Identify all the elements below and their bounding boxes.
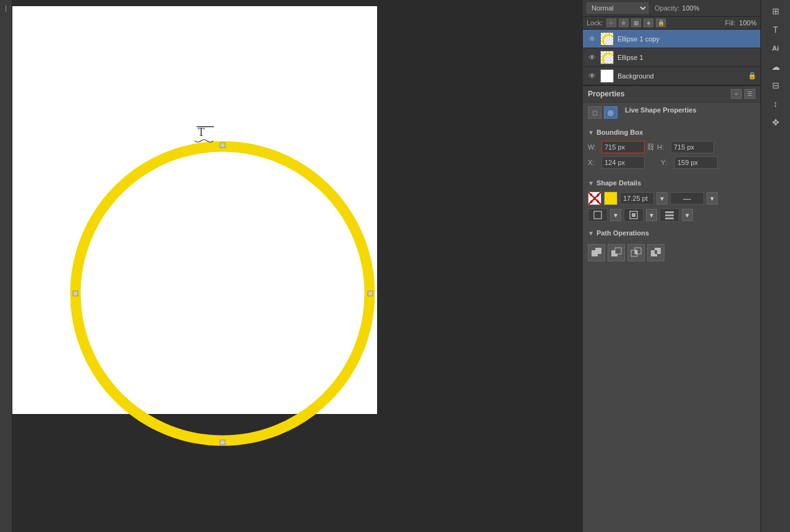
properties-menu-icon[interactable]: ☰ bbox=[744, 89, 755, 99]
w-input[interactable] bbox=[601, 141, 645, 153]
tool-artboard[interactable]: ⊞ bbox=[767, 2, 784, 20]
path-ops-buttons bbox=[588, 244, 755, 261]
stroke-color-swatch[interactable] bbox=[604, 192, 618, 205]
svg-rect-14 bbox=[595, 248, 601, 254]
path-op-exclude-btn[interactable] bbox=[647, 244, 665, 261]
bounding-box-section-header[interactable]: Bounding Box bbox=[588, 126, 755, 138]
lock-artboard-icon[interactable]: ⊕ bbox=[619, 19, 629, 27]
stroke-align-dropdown1[interactable]: ▼ bbox=[610, 209, 621, 221]
tool-ai[interactable]: Ai bbox=[767, 40, 784, 57]
svg-rect-10 bbox=[665, 211, 674, 213]
svg-rect-19 bbox=[635, 250, 637, 254]
canvas-workspace: T bbox=[12, 0, 583, 532]
tool-text[interactable]: T bbox=[767, 21, 784, 38]
app-container: | T bbox=[0, 0, 790, 532]
layer-item-ellipse-copy[interactable]: 👁 Ellipse 1 copy bbox=[583, 30, 760, 48]
svg-rect-22 bbox=[655, 250, 657, 254]
left-toolbar-item[interactable]: | bbox=[1, 2, 12, 14]
fill-color-swatch[interactable] bbox=[588, 192, 601, 205]
path-operations-section-header[interactable]: Path Operations bbox=[588, 227, 755, 239]
layer-thumb-background bbox=[600, 69, 614, 83]
layer-item-background[interactable]: 👁 Background 🔒 bbox=[583, 67, 760, 85]
lock-pixel-icon[interactable]: ▦ bbox=[631, 19, 641, 27]
svg-rect-2 bbox=[220, 440, 225, 445]
tool-grid[interactable]: ⊟ bbox=[767, 77, 784, 94]
path-op-unite-btn[interactable] bbox=[588, 244, 605, 261]
stroke-type-dropdown[interactable]: ▼ bbox=[707, 192, 718, 205]
path-op-intersect-icon bbox=[631, 247, 642, 258]
tool-adjust[interactable]: ↕ bbox=[767, 95, 784, 112]
path-op-intersect-btn[interactable] bbox=[627, 244, 645, 261]
stroke-color-row: ▼ — ▼ bbox=[588, 192, 755, 205]
stroke-type-selector[interactable]: — bbox=[670, 192, 704, 205]
properties-expand-icon[interactable]: » bbox=[731, 89, 742, 99]
tool-move[interactable]: ✥ bbox=[767, 114, 784, 131]
left-toolbar: | bbox=[0, 0, 12, 532]
tab-shape[interactable]: ◻ bbox=[588, 106, 601, 119]
layer-thumb-ellipse-copy bbox=[600, 32, 614, 46]
tab-circle[interactable]: ◎ bbox=[604, 106, 618, 119]
link-wh-icon[interactable]: ⛓ bbox=[647, 143, 655, 151]
path-op-exclude-icon bbox=[650, 247, 661, 258]
lock-label: Lock: bbox=[587, 19, 603, 27]
wh-row: W: ⛓ H: bbox=[588, 141, 755, 153]
layer-name-ellipse: Ellipse 1 bbox=[618, 54, 643, 61]
bounding-box-title: Bounding Box bbox=[597, 129, 643, 136]
properties-panel-icons: » ☰ bbox=[731, 89, 755, 99]
layer-name-ellipse-copy: Ellipse 1 copy bbox=[618, 35, 660, 43]
fill-value: 100% bbox=[739, 19, 757, 27]
prop-tabs-row: ◻ ◎ Live Shape Properties bbox=[583, 103, 760, 119]
layers-toolbar: Normal Opacity: 100% bbox=[583, 0, 760, 17]
stroke-width-input[interactable] bbox=[620, 192, 654, 205]
shape-details-chevron bbox=[588, 180, 594, 187]
properties-panel-header: Properties » ☰ bbox=[583, 86, 760, 103]
layers-list: 👁 Ellipse 1 copy 👁 Ellipse 1 👁 Backgroun… bbox=[583, 30, 760, 86]
stroke-width-dropdown[interactable]: ▼ bbox=[656, 192, 668, 205]
path-op-subtract-btn[interactable] bbox=[608, 244, 625, 261]
svg-rect-12 bbox=[665, 217, 674, 219]
shape-details-section-header[interactable]: Shape Details bbox=[588, 177, 755, 189]
lock-all-icon[interactable]: 🔒 bbox=[656, 19, 666, 27]
path-ops-chevron bbox=[588, 230, 594, 237]
right-column: Normal Opacity: 100% Lock: ⊹ ⊕ ▦ ◈ 🔒 Fil… bbox=[583, 0, 790, 532]
layer-name-background: Background bbox=[618, 72, 654, 80]
stroke-cap-btn[interactable] bbox=[624, 208, 643, 222]
y-label: Y: bbox=[661, 159, 672, 166]
shape-details-title: Shape Details bbox=[597, 179, 641, 187]
stroke-cap-icon bbox=[629, 210, 639, 220]
layer-visibility-background[interactable]: 👁 bbox=[587, 70, 598, 82]
layer-visibility-ellipse[interactable]: 👁 bbox=[587, 52, 598, 63]
stroke-cap-dropdown[interactable]: ▼ bbox=[646, 209, 657, 221]
opacity-value: 100% bbox=[682, 4, 699, 12]
prop-panel-body: Bounding Box W: ⛓ H: X: bbox=[583, 122, 760, 270]
lock-fill-row: Lock: ⊹ ⊕ ▦ ◈ 🔒 Fill: 100% bbox=[583, 17, 760, 30]
center-area: T bbox=[12, 0, 583, 532]
layer-lock-background-icon: 🔒 bbox=[748, 72, 757, 80]
blend-mode-select[interactable]: Normal bbox=[587, 2, 648, 14]
svg-rect-7 bbox=[594, 211, 601, 219]
layer-thumb-ellipse bbox=[600, 51, 614, 64]
y-input[interactable] bbox=[674, 156, 718, 169]
h-input[interactable] bbox=[671, 141, 714, 153]
stroke-join-dropdown[interactable]: ▼ bbox=[682, 209, 693, 221]
live-shape-title: Live Shape Properties bbox=[625, 106, 697, 119]
bounding-box-content: W: ⛓ H: X: Y: bbox=[588, 138, 755, 177]
canvas-paper bbox=[12, 6, 377, 414]
lock-position-icon[interactable]: ⊹ bbox=[606, 19, 616, 27]
opacity-label: Opacity: bbox=[655, 4, 679, 12]
stroke-join-icon bbox=[665, 210, 674, 220]
tool-cloud[interactable]: ☁ bbox=[767, 58, 784, 75]
prop-tabs: ◻ ◎ Live Shape Properties bbox=[588, 106, 755, 119]
layer-item-ellipse[interactable]: 👁 Ellipse 1 bbox=[583, 48, 760, 67]
svg-rect-9 bbox=[632, 213, 635, 217]
h-label: H: bbox=[657, 143, 668, 151]
x-input[interactable] bbox=[601, 156, 645, 169]
stroke-join-btn[interactable] bbox=[660, 208, 679, 222]
stroke-align-btn1[interactable] bbox=[588, 208, 608, 222]
layer-visibility-ellipse-copy[interactable]: 👁 bbox=[587, 33, 598, 44]
lock-vector-icon[interactable]: ◈ bbox=[643, 19, 653, 27]
path-ops-title: Path Operations bbox=[597, 229, 649, 237]
path-ops-content bbox=[588, 239, 755, 266]
x-label: X: bbox=[588, 159, 599, 166]
properties-section: Properties » ☰ ◻ ◎ Live Shape Properties bbox=[583, 86, 760, 532]
